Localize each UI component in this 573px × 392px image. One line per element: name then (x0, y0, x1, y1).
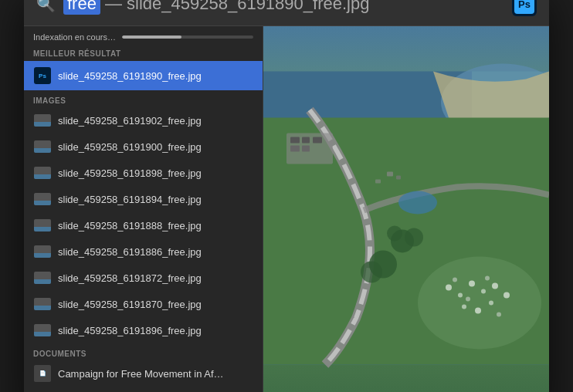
progress-fill (122, 35, 181, 39)
image-file-icon (33, 190, 52, 208)
image-filename: slide_459258_6191888_free.jpg (58, 220, 202, 231)
best-result-section-header: MEILLEUR RÉSULTAT (24, 45, 263, 61)
svg-point-19 (503, 292, 510, 299)
left-panel: Indexation en cours… MEILLEUR RÉSULTAT P… (24, 26, 263, 392)
svg-rect-31 (396, 176, 401, 180)
svg-rect-9 (302, 146, 310, 152)
image-file-icon (33, 216, 52, 235)
image-file-icon (33, 137, 52, 156)
svg-point-15 (492, 283, 498, 289)
svg-point-23 (497, 313, 501, 317)
image-filename: slide_459258_6191870_free.jpg (58, 299, 202, 310)
svg-point-13 (469, 281, 475, 287)
list-item[interactable]: slide_459258_6191902_free.jpg (24, 107, 263, 133)
spotlight-window: 🔍 free — slide_459258_6191890_free.jpg P… (24, 0, 549, 392)
list-item[interactable]: slide_459258_6191888_free.jpg (24, 212, 263, 238)
list-item[interactable]: slide_459258_6191900_free.jpg (24, 133, 263, 160)
svg-point-14 (481, 289, 486, 294)
search-query: free — slide_459258_6191890_free.jpg (63, 0, 504, 15)
image-file-icon (33, 295, 52, 313)
svg-rect-6 (302, 137, 310, 144)
preview-image (263, 26, 549, 392)
svg-point-12 (458, 293, 463, 298)
svg-point-28 (361, 262, 382, 283)
svg-point-16 (462, 305, 466, 309)
svg-point-22 (485, 276, 490, 281)
documents-section-header: DOCUMENTS (24, 343, 263, 360)
image-filename: slide_459258_6191900_free.jpg (58, 141, 202, 153)
svg-rect-7 (313, 137, 322, 144)
image-filename: slide_459258_6191898_free.jpg (58, 167, 202, 179)
list-item[interactable]: slide_459258_6191886_free.jpg (24, 238, 263, 265)
svg-point-25 (405, 228, 423, 247)
list-item[interactable]: 📄 Campaign for Free Movement in Af… (24, 360, 263, 387)
search-query-highlight: free (63, 0, 100, 15)
list-item[interactable]: slide_459258_6191872_free.jpg (24, 265, 263, 291)
image-filename: slide_459258_6191894_free.jpg (58, 194, 202, 205)
ps-badge-label: Ps (514, 0, 534, 14)
svg-point-21 (466, 297, 470, 302)
indexing-row: Indexation en cours… (24, 26, 263, 45)
svg-point-10 (418, 257, 541, 350)
best-result-file-icon: Ps (33, 66, 52, 85)
list-item[interactable]: slide_459258_6191898_free.jpg (24, 160, 263, 186)
svg-rect-32 (375, 180, 381, 184)
svg-point-20 (453, 278, 457, 282)
svg-rect-8 (290, 146, 300, 152)
indexing-label: Indexation en cours… (33, 32, 116, 42)
doc-filename: Campaign for Free Movement in Af… (58, 368, 224, 380)
list-item[interactable]: slide_459258_6191894_free.jpg (24, 186, 263, 212)
best-result-filename: slide_459258_6191890_free.jpg (58, 70, 202, 82)
search-bar: 🔍 free — slide_459258_6191890_free.jpg P… (24, 0, 549, 26)
image-file-icon (33, 242, 52, 261)
preview-panel (263, 26, 549, 392)
aerial-svg (263, 26, 549, 392)
ps-app-badge: Ps (512, 0, 537, 16)
list-item[interactable]: slide_459258_6191870_free.jpg (24, 291, 263, 317)
best-result-item[interactable]: Ps slide_459258_6191890_free.jpg (24, 61, 263, 90)
progress-track (122, 35, 253, 39)
svg-point-17 (475, 308, 481, 314)
svg-point-26 (387, 226, 402, 242)
image-filename: slide_459258_6191896_free.jpg (58, 325, 202, 336)
image-file-icon (33, 164, 52, 182)
images-section-header: IMAGES (24, 90, 263, 107)
image-file-icon (33, 111, 52, 130)
list-item[interactable]: slide_459258_6191896_free.jpg (24, 317, 263, 343)
doc-file-icon: 📄 (33, 364, 52, 383)
svg-point-11 (446, 285, 452, 291)
image-file-icon (33, 321, 52, 340)
search-query-rest: — slide_459258_6191890_free.jpg (105, 0, 370, 14)
search-icon: 🔍 (36, 0, 56, 13)
content-area: Indexation en cours… MEILLEUR RÉSULTAT P… (24, 26, 549, 392)
svg-rect-5 (290, 137, 300, 144)
svg-point-29 (398, 191, 437, 215)
image-filename: slide_459258_6191902_free.jpg (58, 115, 202, 127)
image-file-icon (33, 269, 52, 287)
svg-point-18 (489, 301, 493, 306)
svg-rect-30 (387, 172, 393, 177)
documents-pdf-section-header: DOCUMENTS PDF (24, 387, 263, 392)
image-filename: slide_459258_6191872_free.jpg (58, 272, 202, 284)
image-filename: slide_459258_6191886_free.jpg (58, 246, 202, 258)
